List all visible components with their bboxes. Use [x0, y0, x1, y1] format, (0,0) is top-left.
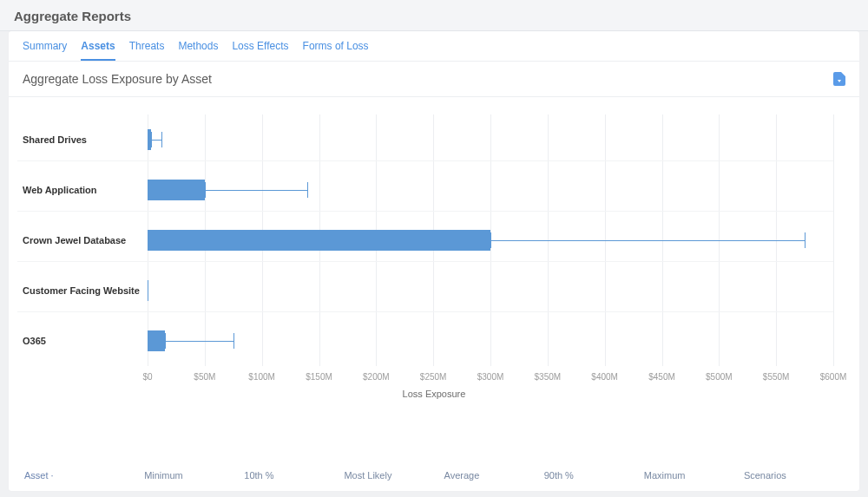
whisker-cap: [205, 182, 206, 198]
table-header: Asset · Minimum 10th % Most Likely Avera…: [9, 470, 859, 491]
row-label: Shared Drives: [17, 134, 148, 145]
x-tick: $550M: [763, 372, 790, 382]
whisker-line: [151, 140, 161, 141]
bar: [148, 180, 205, 200]
tab-loss-effects[interactable]: Loss Effects: [232, 40, 288, 61]
th-asset[interactable]: Asset ·: [24, 470, 144, 481]
chart-row: Web Application: [17, 168, 833, 212]
x-tick: $500M: [706, 372, 733, 382]
report-card: Summary Assets Threats Methods Loss Effe…: [9, 31, 859, 491]
th-average[interactable]: Average: [444, 470, 544, 481]
x-tick: $300M: [477, 372, 504, 382]
row-label: Crown Jewel Database: [17, 235, 148, 245]
bar: [148, 230, 490, 251]
chart-row: Customer Facing Website: [17, 269, 833, 312]
row-plot: [148, 219, 833, 261]
tab-summary[interactable]: Summary: [23, 40, 67, 61]
tab-forms-of-loss[interactable]: Forms of Loss: [303, 40, 369, 61]
x-tick: $50M: [194, 372, 215, 382]
x-tick: $0: [142, 372, 152, 382]
x-tick: $350M: [535, 372, 562, 382]
chart-area: $0$50M$100M$150M$200M$250M$300M$350M$400…: [17, 106, 851, 401]
whisker-line: [490, 240, 805, 241]
row-label: O365: [17, 336, 148, 346]
x-tick: $100M: [248, 372, 275, 382]
row-plot: [148, 118, 833, 160]
whisker-cap: [165, 333, 166, 349]
row-plot: [148, 168, 833, 211]
tab-methods[interactable]: Methods: [178, 40, 218, 61]
grid-line: [833, 114, 834, 366]
row-plot: [148, 269, 833, 311]
whisker-cap: [233, 333, 234, 349]
th-scenarios[interactable]: Scenarios: [744, 470, 844, 481]
tab-threats[interactable]: Threats: [129, 40, 165, 61]
chart-header: Aggregate Loss Exposure by Asset: [9, 62, 859, 97]
whisker-cap: [490, 232, 491, 248]
chart-row: Crown Jewel Database: [17, 219, 833, 262]
th-90th[interactable]: 90th %: [544, 470, 644, 481]
x-tick: $400M: [591, 372, 618, 382]
x-tick: $450M: [648, 372, 675, 382]
th-10th[interactable]: 10th %: [244, 470, 344, 481]
page-title: Aggregate Reports: [0, 0, 868, 31]
row-label: Customer Facing Website: [17, 285, 148, 296]
whisker-cap: [151, 132, 152, 147]
th-maximum[interactable]: Maximum: [644, 470, 744, 481]
x-tick: $200M: [363, 372, 390, 382]
row-plot: [148, 319, 833, 363]
chart-title: Aggregate Loss Exposure by Asset: [23, 72, 212, 86]
export-icon[interactable]: [833, 72, 845, 86]
whisker-cap: [307, 182, 308, 198]
x-tick: $600M: [820, 372, 847, 382]
chart-row: Shared Drives: [17, 118, 833, 161]
chart-row: O365: [17, 319, 833, 363]
bar: [148, 330, 165, 351]
whisker-line: [165, 341, 233, 342]
whisker-cap: [161, 132, 162, 147]
tab-assets[interactable]: Assets: [81, 40, 115, 61]
x-tick: $250M: [420, 372, 447, 382]
x-axis-label: Loss Exposure: [403, 389, 466, 399]
th-minimum[interactable]: Minimum: [144, 470, 244, 481]
tab-bar: Summary Assets Threats Methods Loss Effe…: [9, 31, 859, 62]
th-most-likely[interactable]: Most Likely: [344, 470, 444, 481]
row-label: Web Application: [17, 185, 148, 195]
whisker-line: [205, 190, 308, 191]
bar: [148, 280, 148, 301]
x-tick: $150M: [306, 372, 332, 382]
whisker-cap: [805, 232, 806, 248]
